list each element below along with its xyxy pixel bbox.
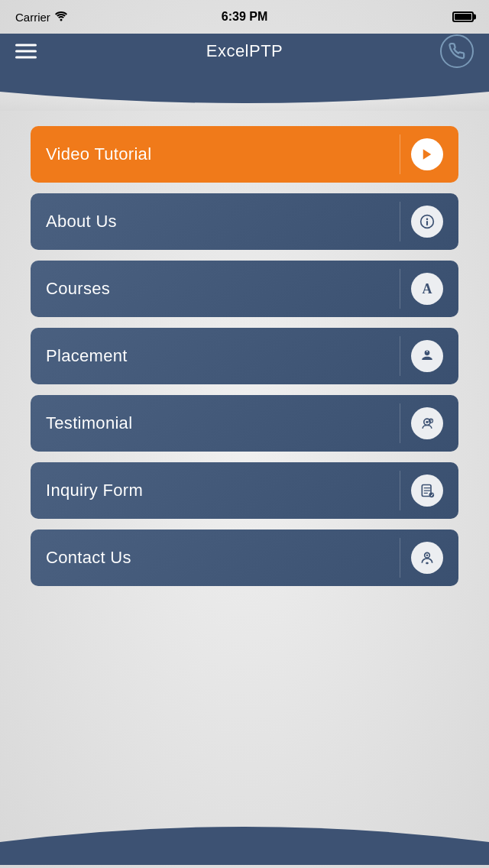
hamburger-button[interactable] (15, 44, 37, 59)
main-content: Video Tutorial About Us Courses A (0, 111, 489, 601)
video-tutorial-label: Video Tutorial (46, 144, 151, 164)
inquiry-form-label: Inquiry Form (46, 481, 143, 500)
inquiry-form-button[interactable]: Inquiry Form ✓ (31, 462, 458, 519)
contact-us-label: Contact Us (46, 548, 131, 568)
svg-rect-20 (426, 562, 428, 565)
status-bar: Carrier 6:39 PM (0, 0, 489, 34)
inquiry-form-icon: ✓ (411, 474, 443, 507)
divider (400, 134, 400, 174)
footer-wave (0, 804, 489, 868)
testimonial-icon: ? (411, 407, 443, 439)
svg-point-7 (426, 351, 428, 352)
placement-icon (411, 340, 443, 372)
testimonial-button[interactable]: Testimonial ? (31, 395, 458, 452)
svg-point-19 (426, 554, 429, 556)
svg-point-0 (60, 18, 62, 21)
hamburger-line-2 (15, 50, 37, 53)
battery-icon (452, 11, 474, 22)
hamburger-line-1 (15, 44, 37, 47)
svg-text:✓: ✓ (430, 493, 434, 497)
header-bottom-wave (0, 69, 489, 111)
svg-point-9 (426, 421, 428, 423)
battery-indicator (452, 11, 474, 22)
divider (400, 538, 400, 578)
divider (400, 403, 400, 443)
divider (400, 269, 400, 309)
placement-label: Placement (46, 346, 128, 366)
phone-icon (449, 43, 465, 60)
phone-button[interactable] (440, 34, 474, 68)
hamburger-line-3 (15, 57, 37, 59)
app-title: ExcelPTP (206, 41, 283, 61)
info-icon (411, 206, 443, 238)
about-us-button[interactable]: About Us (31, 193, 458, 250)
divider (400, 336, 400, 376)
contact-us-button[interactable]: Contact Us (31, 530, 458, 586)
carrier-label: Carrier (15, 11, 68, 24)
svg-marker-1 (423, 149, 432, 160)
header-title-row: ExcelPTP (0, 34, 489, 69)
about-us-label: About Us (46, 212, 117, 232)
divider (400, 471, 400, 510)
placement-button[interactable]: Placement (31, 328, 458, 384)
divider (400, 202, 400, 241)
courses-button[interactable]: Courses A (31, 261, 458, 317)
time-label: 6:39 PM (222, 10, 267, 24)
play-icon (411, 138, 443, 170)
wifi-icon (54, 11, 68, 24)
testimonial-label: Testimonial (46, 413, 132, 433)
svg-point-5 (426, 219, 428, 220)
video-tutorial-button[interactable]: Video Tutorial (31, 126, 458, 183)
courses-icon: A (411, 273, 443, 305)
courses-label: Courses (46, 279, 110, 299)
contact-us-icon (411, 542, 443, 574)
header: ExcelPTP (0, 34, 489, 111)
svg-text:?: ? (430, 419, 432, 423)
